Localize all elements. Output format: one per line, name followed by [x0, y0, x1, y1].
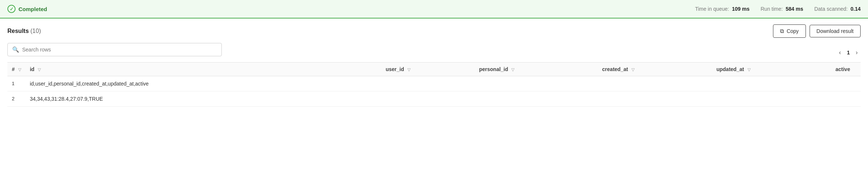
status-metrics: Time in queue: 109 ms Run time: 584 ms D…	[695, 6, 861, 12]
results-title: Results (10)	[7, 28, 41, 34]
cell-user_id	[381, 76, 475, 91]
sort-icon-personal-id: ▽	[511, 67, 514, 72]
col-header-personal-id[interactable]: personal_id ▽	[475, 63, 598, 76]
col-header-active: active	[831, 63, 861, 76]
sort-icon-row-num: ▽	[18, 67, 21, 72]
cell-personal_id	[475, 91, 598, 107]
status-label: Completed	[18, 6, 47, 12]
cell-created_at	[598, 76, 712, 91]
col-header-created-at[interactable]: created_at ▽	[598, 63, 712, 76]
pagination-prev-button[interactable]: ‹	[836, 48, 844, 57]
header-actions: ⧉ Copy Download result	[773, 24, 861, 38]
pagination: ‹ 1 ›	[836, 48, 861, 57]
cell-created_at	[598, 91, 712, 107]
copy-button[interactable]: ⧉ Copy	[773, 24, 806, 38]
run-time: Run time: 584 ms	[760, 6, 803, 12]
sort-icon-updated-at: ▽	[747, 67, 750, 72]
cell-id: 34,34,43,31:28.4,27:07.9,TRUE	[26, 91, 382, 107]
col-header-updated-at[interactable]: updated_at ▽	[712, 63, 831, 76]
cell-user_id	[381, 91, 475, 107]
cell-id: id,user_id,personal_id,created_at,update…	[26, 76, 382, 91]
search-pagination-row: 🔍 ‹ 1 ›	[7, 43, 861, 62]
cell-row-num: 1	[7, 76, 26, 91]
results-section: Results (10) ⧉ Copy Download result 🔍 ‹ …	[0, 19, 868, 107]
sort-icon-user-id: ▽	[407, 67, 410, 72]
search-input[interactable]	[22, 47, 217, 53]
table-container: # ▽ id ▽ user_id ▽ personal_id ▽ created…	[7, 62, 861, 107]
status-completed: ✓ Completed	[7, 5, 47, 13]
results-header: Results (10) ⧉ Copy Download result	[7, 24, 861, 38]
table-row: 234,34,43,31:28.4,27:07.9,TRUE	[7, 91, 861, 107]
col-header-user-id[interactable]: user_id ▽	[381, 63, 475, 76]
pagination-next-button[interactable]: ›	[853, 48, 861, 57]
cell-updated_at	[712, 76, 831, 91]
search-bar[interactable]: 🔍	[7, 43, 222, 56]
status-bar: ✓ Completed Time in queue: 109 ms Run ti…	[0, 0, 868, 19]
cell-active	[831, 91, 861, 107]
cell-updated_at	[712, 91, 831, 107]
col-header-id[interactable]: id ▽	[26, 63, 382, 76]
sort-icon-id: ▽	[38, 67, 41, 72]
cell-active	[831, 76, 861, 91]
col-header-row-num[interactable]: # ▽	[7, 63, 26, 76]
sort-icon-created-at: ▽	[631, 67, 634, 72]
download-button[interactable]: Download result	[810, 25, 861, 37]
cell-row-num: 2	[7, 91, 26, 107]
search-icon: 🔍	[12, 46, 19, 53]
time-in-queue: Time in queue: 109 ms	[695, 6, 749, 12]
table-header-row: # ▽ id ▽ user_id ▽ personal_id ▽ created…	[7, 63, 861, 76]
results-table: # ▽ id ▽ user_id ▽ personal_id ▽ created…	[7, 62, 861, 107]
table-row: 1id,user_id,personal_id,created_at,updat…	[7, 76, 861, 91]
results-count: (10)	[30, 28, 41, 34]
check-circle-icon: ✓	[7, 5, 16, 13]
pagination-current: 1	[847, 50, 850, 56]
copy-icon: ⧉	[780, 28, 784, 34]
cell-personal_id	[475, 76, 598, 91]
data-scanned: Data scanned: 0.14	[814, 6, 861, 12]
